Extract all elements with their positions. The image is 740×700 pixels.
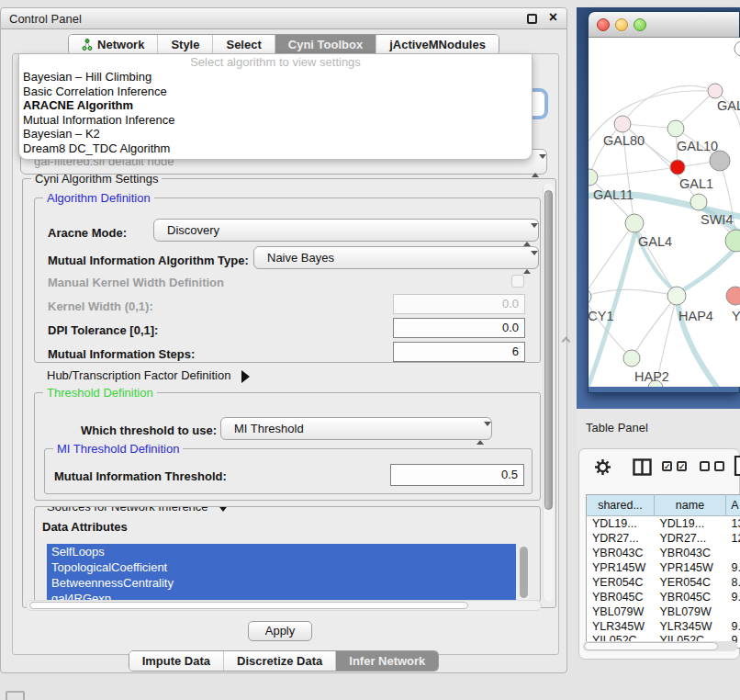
table-cell[interactable]: 9. [726,560,740,575]
checked-column-icon-2[interactable]: ✓ [677,461,687,471]
table-cell[interactable]: YBR043C [587,546,655,560]
network-node[interactable] [589,288,591,305]
column-header[interactable]: name [655,495,726,516]
network-node[interactable] [708,84,723,98]
table-cell[interactable]: YDL19... [587,516,655,531]
close-window-icon[interactable] [597,18,610,31]
mi-type-combo[interactable]: Naive Bayes [253,246,539,269]
table-cell[interactable]: YDL19... [655,516,726,531]
table-cell[interactable]: YLR345W [587,619,655,634]
unchecked-column-icon-1[interactable] [700,461,710,471]
attribute-item[interactable]: TopologicalCoefficient [47,559,516,575]
network-node[interactable] [623,350,640,367]
network-node[interactable] [725,230,740,252]
split-columns-icon[interactable] [633,458,652,476]
table-cell[interactable]: YBL079W [587,604,655,619]
table-cell[interactable]: YPR145W [587,560,655,575]
table-cell[interactable]: 13 [726,516,740,531]
network-node[interactable] [726,287,740,305]
algorithm-option[interactable]: ARACNE Algorithm [19,98,532,113]
tab-jactivemnodules[interactable]: jActiveMNodules [376,35,499,54]
table-cell[interactable]: 8. [726,575,740,590]
table-cell[interactable] [726,546,740,560]
table-row[interactable]: YLR345WYLR345W9. [587,619,740,634]
settings-scrollbar-thumb[interactable] [544,190,553,510]
column-header[interactable]: A [726,495,740,516]
table-cell[interactable]: YPR145W [655,560,726,575]
table-cell[interactable]: YBR045C [587,590,655,604]
table-cell[interactable]: 12 [726,531,740,546]
tab-select[interactable]: Select [213,35,275,54]
network-canvas[interactable]: GALGAL80GAL10GAL1GAL11SWI4GAL4GCY1HAP4YH… [589,38,740,387]
table-cell[interactable]: 9. [726,590,740,604]
apply-button[interactable]: Apply [248,621,312,641]
float-window-icon[interactable] [527,14,537,24]
algorithm-option[interactable]: Dream8 DC_TDC Algorithm [19,141,532,156]
table-cell[interactable]: YBR043C [655,546,726,560]
network-node[interactable] [625,214,644,232]
gear-icon[interactable] [594,458,611,476]
table-cell[interactable]: YDR27... [655,531,726,546]
table-row[interactable]: YDL19...YDL19...13 [587,516,740,531]
network-node[interactable] [614,116,631,132]
dpi-tolerance-field[interactable]: 0.0 [393,318,525,338]
mi-threshold-field[interactable]: 0.5 [390,464,524,486]
attribute-item[interactable]: SelfLoops [47,544,516,559]
tab-style[interactable]: Style [158,35,213,54]
minimized-panel-icon[interactable] [6,691,25,700]
kernel-width-field[interactable]: 0.0 [393,294,525,314]
table-row[interactable]: YDR27...YDR27...12 [587,531,740,546]
table-cell[interactable]: YDR27... [587,531,655,546]
network-node[interactable] [667,287,686,305]
table-cell[interactable]: YER054C [587,575,655,590]
network-node[interactable] [710,151,730,171]
table-row[interactable]: YER054CYER054C8. [587,575,740,590]
checked-column-icon-1[interactable]: ✓ [662,461,672,471]
algorithm-option[interactable]: Basic Correlation Inference [19,85,532,99]
table-cell[interactable]: YER054C [655,575,726,590]
document-icon[interactable] [734,455,740,477]
network-node[interactable] [589,169,598,186]
network-node[interactable] [734,41,740,56]
algorithm-option[interactable]: Mutual Information Inference [19,113,532,128]
aracne-mode-combo[interactable]: Discovery [153,219,539,242]
table-cell[interactable]: YLR345W [655,619,726,634]
attributes-scrollbar[interactable] [519,546,529,601]
column-header[interactable]: shared... [587,495,655,516]
node-label: GCY1 [589,309,614,323]
table-cell[interactable]: YBL079W [655,604,726,619]
close-icon[interactable]: × [549,9,557,26]
tab-network[interactable]: Network [69,35,158,54]
table-cell[interactable]: YBR045C [655,590,726,604]
which-threshold-combo[interactable]: MI Threshold [220,417,492,440]
minimize-window-icon[interactable] [615,18,628,31]
table-row[interactable]: YPR145WYPR145W9. [587,560,740,575]
settings-hscrollbar-thumb[interactable] [29,602,468,609]
mi-steps-field[interactable]: 6 [393,342,525,362]
table-cell[interactable] [726,604,740,619]
table-cell[interactable]: 9. [726,619,740,634]
attributes-scrollbar-thumb[interactable] [520,547,528,598]
settings-hscrollbar[interactable] [26,600,542,611]
table-row[interactable]: YBR043CYBR043C [587,546,740,560]
table-hscrollbar-thumb[interactable] [584,642,718,650]
tab-impute-data[interactable]: Impute Data [129,651,224,671]
settings-scrollbar[interactable] [543,183,554,602]
sources-title[interactable]: Sources for Network Inference [43,506,233,514]
algorithm-option[interactable]: Bayesian – K2 [19,127,532,141]
unchecked-column-icon-2[interactable] [714,461,724,471]
network-node[interactable] [690,194,707,210]
table-row[interactable]: YBL079WYBL079W [587,604,740,619]
manual-kernel-checkbox[interactable] [511,275,524,288]
zoom-window-icon[interactable] [633,18,646,31]
table-hscrollbar[interactable] [583,641,737,651]
tab-infer-network[interactable]: Infer Network [336,651,438,671]
network-node[interactable] [667,120,684,137]
table-row[interactable]: YBR045CYBR045C9. [587,590,740,604]
algorithm-option[interactable]: Bayesian – Hill Climbing [19,70,532,85]
hub-definition-toggle[interactable]: Hub/Transcription Factor Definition [47,368,250,383]
attribute-item[interactable]: BetweennessCentrality [47,575,516,591]
tab-discretize-data[interactable]: Discretize Data [224,651,336,671]
network-node[interactable] [670,160,685,175]
tab-cyni-toolbox[interactable]: Cyni Toolbox [275,35,376,54]
